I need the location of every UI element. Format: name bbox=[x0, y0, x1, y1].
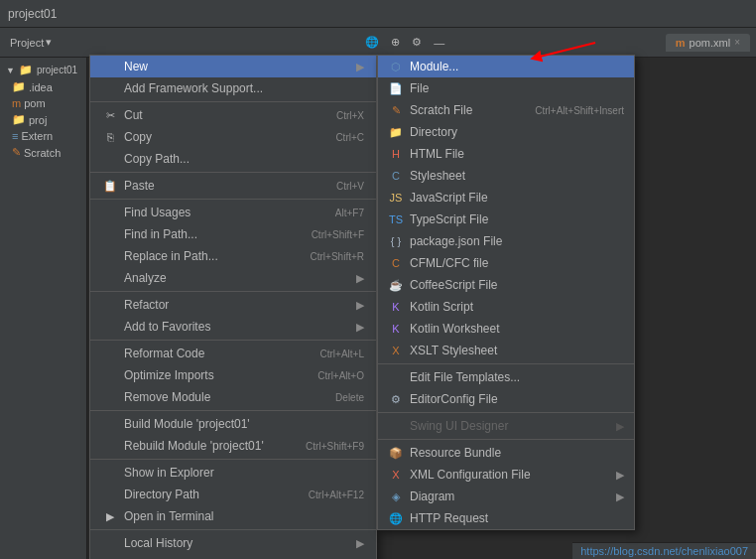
ctx-sep-8 bbox=[90, 529, 376, 530]
ctx-new-label: New bbox=[124, 60, 350, 73]
sub-package-json[interactable]: { } package.json File bbox=[378, 230, 634, 252]
gear-icon[interactable]: ⚙ bbox=[408, 34, 426, 51]
ctx-paste-shortcut: Ctrl+V bbox=[336, 181, 364, 192]
ctx-paste[interactable]: 📋 Paste Ctrl+V bbox=[90, 175, 376, 197]
sub-scratch-file[interactable]: ✎ Scratch File Ctrl+Alt+Shift+Insert bbox=[378, 99, 634, 121]
ctx-replace-in-path-label: Replace in Path... bbox=[124, 249, 305, 263]
ctx-copy-label: Copy bbox=[124, 130, 329, 144]
xml-config-icon: X bbox=[388, 469, 404, 481]
sidebar-item-extern[interactable]: ≡ Extern bbox=[0, 128, 86, 144]
cfml-icon: C bbox=[388, 257, 404, 269]
ctx-copy-path[interactable]: Copy Path... bbox=[90, 148, 376, 170]
file-icon: 📄 bbox=[388, 82, 404, 95]
sub-edit-templates[interactable]: Edit File Templates... bbox=[378, 366, 634, 388]
ctx-analyze-label: Analyze bbox=[124, 271, 350, 285]
sidebar-item-proj[interactable]: 📁 proj bbox=[0, 111, 86, 128]
sub-cfml[interactable]: C CFML/CFC file bbox=[378, 252, 634, 274]
sub-kotlin-script[interactable]: K Kotlin Script bbox=[378, 296, 634, 318]
split-icon[interactable]: ⊕ bbox=[387, 34, 404, 51]
sub-http-request[interactable]: 🌐 HTTP Request bbox=[378, 507, 634, 529]
kotlin-worksheet-icon: K bbox=[388, 323, 404, 335]
sub-kotlin-worksheet-label: Kotlin Worksheet bbox=[410, 322, 500, 336]
url-text: https://blog.csdn.net/chenlixiao007 bbox=[580, 545, 748, 557]
ctx-find-usages[interactable]: Find Usages Alt+F7 bbox=[90, 202, 376, 223]
html-file-icon: H bbox=[388, 148, 404, 160]
sub-directory[interactable]: 📁 Directory bbox=[378, 121, 634, 143]
sidebar-item-pom[interactable]: m pom bbox=[0, 95, 86, 111]
sub-typescript-file[interactable]: TS TypeScript File bbox=[378, 209, 634, 230]
sidebar-item-idea[interactable]: 📁 .idea bbox=[0, 78, 86, 95]
ctx-sep-5 bbox=[90, 340, 376, 341]
sub-swing-ui-label: Swing UI Designer bbox=[410, 419, 508, 433]
sub-resource-bundle-label: Resource Bundle bbox=[410, 446, 501, 460]
ctx-replace-in-path[interactable]: Replace in Path... Ctrl+Shift+R bbox=[90, 245, 376, 267]
minimize-icon[interactable]: — bbox=[430, 35, 448, 51]
ctx-local-history[interactable]: Local History ▶ bbox=[90, 532, 376, 554]
sub-editorconfig[interactable]: ⚙ EditorConfig File bbox=[378, 388, 634, 410]
ctx-remove-module[interactable]: Remove Module Delete bbox=[90, 386, 376, 408]
sub-http-request-label: HTTP Request bbox=[410, 511, 488, 525]
ctx-sep-2 bbox=[90, 172, 376, 173]
sub-kotlin-script-label: Kotlin Script bbox=[410, 300, 473, 314]
library-icon: ≡ bbox=[12, 130, 18, 142]
ctx-open-terminal[interactable]: ▶ Open in Terminal bbox=[90, 505, 376, 527]
sub-html-file[interactable]: H HTML File bbox=[378, 143, 634, 165]
sub-coffeescript[interactable]: ☕ CoffeeScript File bbox=[378, 274, 634, 296]
paste-icon: 📋 bbox=[102, 180, 118, 193]
ctx-rebuild-module-shortcut: Ctrl+Shift+F9 bbox=[306, 441, 364, 452]
ctx-find-in-path[interactable]: Find in Path... Ctrl+Shift+F bbox=[90, 223, 376, 245]
sidebar-item-scratch[interactable]: ✎ Scratch bbox=[0, 144, 86, 161]
red-arrow bbox=[526, 38, 605, 68]
sub-edit-templates-label: Edit File Templates... bbox=[410, 370, 520, 384]
ctx-refactor[interactable]: Refactor ▶ bbox=[90, 294, 376, 316]
ctx-directory-path[interactable]: Directory Path Ctrl+Alt+F12 bbox=[90, 484, 376, 505]
ctx-new[interactable]: New ▶ bbox=[90, 56, 376, 77]
diagram-icon: ◈ bbox=[388, 490, 404, 503]
ctx-show-explorer[interactable]: Show in Explorer bbox=[90, 462, 376, 484]
scratch-file-icon: ✎ bbox=[388, 104, 404, 117]
ctx-optimize-imports[interactable]: Optimize Imports Ctrl+Alt+O bbox=[90, 364, 376, 386]
ctx-copy-shortcut: Ctrl+C bbox=[335, 132, 364, 143]
ctx-reformat[interactable]: Reformat Code Ctrl+Alt+L bbox=[90, 343, 376, 364]
swing-arrow-icon: ▶ bbox=[616, 420, 624, 433]
sub-stylesheet[interactable]: C Stylesheet bbox=[378, 165, 634, 187]
ctx-copy[interactable]: ⎘ Copy Ctrl+C bbox=[90, 126, 376, 148]
ctx-remove-module-label: Remove Module bbox=[124, 390, 329, 404]
ctx-build-module[interactable]: Build Module 'project01' bbox=[90, 413, 376, 435]
sub-resource-bundle[interactable]: 📦 Resource Bundle bbox=[378, 442, 634, 464]
sub-xslt[interactable]: X XSLT Stylesheet bbox=[378, 340, 634, 361]
ctx-cut[interactable]: ✂ Cut Ctrl+X bbox=[90, 104, 376, 126]
project-label: Project bbox=[10, 37, 44, 49]
sub-typescript-file-label: TypeScript File bbox=[410, 212, 488, 226]
ctx-find-in-path-label: Find in Path... bbox=[124, 227, 306, 241]
ctx-optimize-imports-shortcut: Ctrl+Alt+O bbox=[317, 370, 364, 381]
globe-icon[interactable]: 🌐 bbox=[361, 34, 383, 51]
title-bar: project01 bbox=[0, 0, 756, 28]
chevron-down-icon: ▾ bbox=[46, 36, 52, 49]
ctx-reformat-label: Reformat Code bbox=[124, 347, 315, 360]
sub-diagram[interactable]: ◈ Diagram ▶ bbox=[378, 486, 634, 507]
sub-sep-1 bbox=[378, 363, 634, 364]
sidebar-extern-label: Extern bbox=[21, 130, 53, 142]
sub-kotlin-worksheet[interactable]: K Kotlin Worksheet bbox=[378, 318, 634, 340]
sub-javascript-file[interactable]: JS JavaScript File bbox=[378, 187, 634, 209]
ctx-add-favorites[interactable]: Add to Favorites ▶ bbox=[90, 316, 376, 338]
tab-pom-xml[interactable]: m pom.xml × bbox=[666, 34, 750, 52]
sub-file[interactable]: 📄 File bbox=[378, 77, 634, 99]
ctx-open-terminal-label: Open in Terminal bbox=[124, 509, 364, 523]
ctx-reload-disk[interactable]: ↻ Reload from Disk bbox=[90, 554, 376, 559]
ctx-analyze[interactable]: Analyze ▶ bbox=[90, 267, 376, 289]
close-icon[interactable]: × bbox=[734, 37, 740, 48]
ctx-add-framework[interactable]: Add Framework Support... bbox=[90, 77, 376, 99]
ctx-rebuild-module[interactable]: Rebuild Module 'project01' Ctrl+Shift+F9 bbox=[90, 435, 376, 457]
context-menu: New ▶ Add Framework Support... ✂ Cut Ctr… bbox=[89, 55, 377, 559]
ctx-directory-path-label: Directory Path bbox=[124, 488, 303, 501]
ctx-sep-6 bbox=[90, 410, 376, 411]
ctx-replace-in-path-shortcut: Ctrl+Shift+R bbox=[311, 251, 364, 262]
sidebar-item-project01[interactable]: ▼ 📁 project01 bbox=[0, 62, 86, 78]
ctx-build-module-label: Build Module 'project01' bbox=[124, 417, 364, 431]
project-dropdown[interactable]: Project ▾ bbox=[6, 34, 56, 51]
url-bar: https://blog.csdn.net/chenlixiao007 bbox=[572, 542, 756, 559]
sub-xml-config[interactable]: X XML Configuration File ▶ bbox=[378, 464, 634, 486]
sub-swing-ui: Swing UI Designer ▶ bbox=[378, 415, 634, 437]
